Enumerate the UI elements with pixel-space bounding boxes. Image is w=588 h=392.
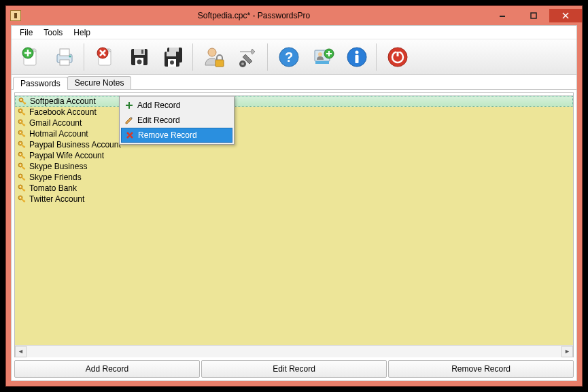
svg-point-60	[20, 154, 21, 155]
context-menu-item[interactable]: Edit Record	[121, 113, 232, 128]
help-button[interactable]: ?	[273, 42, 305, 72]
edit-record-button[interactable]: Edit Record	[201, 360, 387, 378]
save-all-button[interactable]	[157, 42, 190, 72]
context-menu-item[interactable]: Remove Record	[121, 128, 232, 143]
svg-rect-2	[531, 13, 536, 18]
svg-point-52	[20, 132, 21, 133]
svg-point-40	[20, 99, 22, 101]
bottom-button-bar: Add Record Edit Record Remove Record	[14, 360, 574, 378]
record-label: Facebook Account	[29, 107, 97, 117]
context-menu-label: Edit Record	[137, 115, 180, 125]
scroll-left-button[interactable]: ◄	[15, 346, 27, 357]
record-label: Softpedia Account	[30, 96, 96, 106]
record-label: Tomato Bank	[29, 183, 77, 193]
menu-tools[interactable]: Tools	[38, 26, 68, 39]
tab-passwords[interactable]: Passwords	[13, 77, 68, 90]
svg-point-64	[20, 164, 21, 166]
svg-rect-1	[500, 16, 505, 17]
info-button[interactable]	[341, 42, 373, 72]
svg-rect-6	[60, 49, 69, 56]
user-lock-button[interactable]	[198, 42, 230, 72]
svg-rect-0	[14, 13, 17, 18]
window-title: Softpedia.cpc* - PasswordsPro	[21, 11, 487, 20]
svg-point-33	[356, 50, 359, 54]
list-item[interactable]: Twitter Account	[15, 194, 573, 204]
context-menu: Add RecordEdit RecordRemove Record	[119, 96, 235, 145]
app-window: Softpedia.cpc* - PasswordsPro File Tools…	[5, 5, 583, 387]
context-menu-label: Remove Record	[138, 130, 197, 140]
x-icon	[122, 130, 138, 140]
svg-rect-17	[169, 48, 179, 52]
print-button[interactable]	[48, 42, 81, 72]
svg-point-21	[170, 60, 174, 65]
toolbar-separator	[84, 43, 86, 71]
scroll-right-button[interactable]: ►	[561, 346, 573, 357]
svg-rect-19	[167, 52, 176, 56]
list-item[interactable]: Paypal Business Account	[15, 139, 573, 150]
svg-point-44	[20, 110, 21, 111]
context-menu-item[interactable]: Add Record	[121, 98, 232, 113]
menu-file[interactable]: File	[14, 26, 38, 39]
records-list[interactable]: Softpedia AccountFacebook AccountGmail A…	[15, 96, 573, 345]
window-controls	[487, 9, 582, 22]
record-label: Skype Friends	[29, 173, 82, 182]
svg-point-76	[20, 197, 21, 198]
menubar: File Tools Help	[12, 26, 576, 39]
list-item[interactable]: Gmail Account	[15, 118, 573, 128]
record-label: Hotmail Account	[29, 129, 88, 139]
record-label: Gmail Account	[29, 118, 82, 128]
main-panel: Softpedia AccountFacebook AccountGmail A…	[12, 90, 576, 380]
list-item[interactable]: Skype Business	[15, 161, 573, 172]
tabstrip: Passwords Secure Notes	[12, 75, 576, 90]
toolbar: ?	[12, 39, 576, 75]
record-label: Twitter Account	[29, 194, 84, 204]
maximize-button[interactable]	[518, 9, 549, 22]
power-button[interactable]	[381, 42, 414, 72]
svg-rect-30	[315, 61, 329, 64]
svg-rect-7	[60, 60, 69, 65]
record-label: Paypal Business Account	[29, 140, 121, 149]
svg-point-8	[69, 55, 71, 57]
svg-rect-23	[215, 60, 224, 67]
svg-point-56	[20, 143, 21, 144]
client-area: File Tools Help	[11, 25, 577, 381]
list-item[interactable]: Tomato Bank	[15, 183, 573, 194]
user-add-button[interactable]	[307, 42, 339, 72]
svg-point-25	[241, 63, 244, 65]
new-doc-button[interactable]	[14, 42, 47, 72]
toolbar-separator	[267, 43, 270, 71]
settings-button[interactable]	[232, 42, 264, 72]
pencil-icon	[121, 115, 137, 125]
close-button[interactable]	[549, 9, 582, 22]
record-label: Skype Business	[29, 162, 87, 171]
context-menu-label: Add Record	[137, 101, 180, 110]
svg-point-29	[318, 52, 322, 56]
horizontal-scrollbar[interactable]: ◄ ►	[15, 345, 573, 357]
svg-point-48	[20, 121, 21, 122]
record-label: Paypal Wife Account	[29, 151, 104, 160]
titlebar[interactable]: Softpedia.cpc* - PasswordsPro	[6, 6, 582, 25]
list-item[interactable]: Skype Friends	[15, 172, 573, 183]
svg-point-14	[137, 59, 142, 64]
add-record-button[interactable]: Add Record	[14, 360, 200, 378]
svg-rect-34	[356, 55, 359, 63]
list-item[interactable]: Paypal Wife Account	[15, 150, 573, 161]
menu-help[interactable]: Help	[68, 26, 96, 39]
minimize-button[interactable]	[487, 9, 518, 22]
save-button[interactable]	[123, 42, 156, 72]
svg-point-22	[208, 48, 216, 56]
toolbar-separator	[192, 43, 195, 71]
toolbar-separator	[376, 43, 379, 71]
tab-secure-notes[interactable]: Secure Notes	[67, 76, 132, 89]
svg-rect-80	[126, 105, 133, 106]
remove-record-button[interactable]: Remove Record	[388, 360, 574, 378]
list-item[interactable]: Softpedia Account	[15, 96, 573, 107]
plus-icon	[121, 101, 137, 110]
svg-point-72	[20, 186, 21, 188]
svg-point-68	[20, 175, 21, 177]
list-item[interactable]: Facebook Account	[15, 107, 573, 118]
scroll-track[interactable]	[27, 346, 561, 357]
list-item[interactable]: Hotmail Account	[15, 128, 573, 139]
delete-doc-button[interactable]	[89, 42, 122, 72]
svg-text:?: ?	[285, 50, 293, 65]
